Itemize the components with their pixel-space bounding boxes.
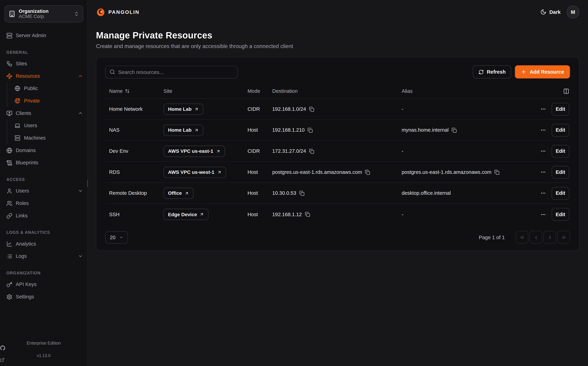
row-menu-button[interactable] (540, 169, 547, 175)
laptop-icon (15, 123, 21, 128)
org-selector[interactable]: Organization ACME Corp. (5, 5, 83, 23)
edit-button[interactable]: Edit (551, 208, 569, 221)
first-page-button[interactable] (516, 231, 529, 244)
edit-button[interactable]: Edit (551, 166, 569, 178)
theme-toggle[interactable]: Dark (540, 9, 560, 15)
cell-mode: Host (244, 212, 268, 217)
sidebar-item-roles[interactable]: Roles (0, 197, 87, 209)
row-menu-button[interactable] (540, 106, 547, 112)
chevron-right-icon (547, 235, 553, 240)
arrow-up-right-icon (184, 191, 189, 195)
sidebar-item-api-keys[interactable]: API Keys (0, 278, 87, 291)
cell-site: AWS VPC us-east-1 (160, 145, 244, 157)
ellipsis-icon (540, 169, 546, 175)
globe-icon (15, 85, 21, 91)
sidebar-item-resources[interactable]: Resources (0, 70, 87, 82)
columns-button[interactable] (563, 88, 569, 94)
copy-button[interactable] (299, 191, 304, 196)
edit-button[interactable]: Edit (551, 145, 569, 157)
copy-icon (309, 148, 314, 154)
avatar[interactable]: M (566, 6, 579, 18)
section-label-general: GENERAL (0, 50, 87, 54)
cell-alias: desktop.office.internal (398, 190, 532, 196)
edit-button[interactable]: Edit (551, 124, 569, 137)
sidebar-item-links[interactable]: Links (0, 209, 87, 222)
copy-button[interactable] (309, 107, 314, 112)
add-resource-button[interactable]: Add Resource (515, 65, 570, 78)
copy-button[interactable] (365, 169, 370, 175)
section-label-organization: ORGANIZATION (0, 271, 87, 275)
site-link[interactable]: Home Lab (163, 103, 203, 114)
copy-button[interactable] (308, 127, 313, 133)
copy-button[interactable] (494, 169, 500, 175)
cell-name: Dev Env (105, 148, 160, 154)
sidebar-item-machines[interactable]: Machines (7, 132, 87, 144)
next-page-button[interactable] (544, 231, 556, 244)
site-link[interactable]: AWS VPC us-east-1 (163, 145, 225, 157)
sidebar-item-logs[interactable]: Logs (0, 250, 87, 262)
search-input[interactable] (118, 69, 234, 75)
table-row: SSHEdge DeviceHost192.168.1.12-Edit (105, 204, 570, 225)
row-menu-button[interactable] (540, 212, 547, 217)
prev-page-button[interactable] (529, 231, 542, 244)
edition-link[interactable]: Enterprise Edition (0, 341, 87, 351)
copy-button[interactable] (309, 148, 314, 154)
sort-icon[interactable] (125, 89, 130, 93)
table-body: Home NetworkHome LabCIDR192.168.1.0/24-E… (105, 99, 570, 225)
sidebar-item-server-admin[interactable]: Server Admin (0, 29, 87, 42)
table-row: Remote DesktopOfficeHost10.30.0.53deskto… (105, 183, 570, 204)
chevron-down-icon (119, 235, 124, 239)
sidebar-item-public[interactable]: Public (7, 82, 87, 95)
section-label-access: ACCESS (0, 177, 87, 182)
sidebar-item-sites[interactable]: Sites (0, 57, 87, 70)
page-size-select[interactable]: 20 (105, 231, 128, 244)
sidebar-item-users[interactable]: Users (7, 119, 87, 132)
sidebar-item-analytics[interactable]: Analytics (0, 238, 87, 250)
copy-icon (452, 127, 457, 133)
edit-button[interactable]: Edit (551, 103, 569, 115)
cell-name: Home Network (105, 106, 160, 112)
theme-label: Dark (549, 9, 560, 15)
row-menu-button[interactable] (540, 127, 547, 133)
cell-destination: 192.168.1.12 (268, 212, 398, 217)
copy-button[interactable] (452, 127, 457, 133)
row-menu-button[interactable] (540, 148, 547, 154)
cell-name: RDS (105, 169, 160, 175)
last-page-button[interactable] (557, 231, 570, 244)
site-link[interactable]: AWS VPC us-west-1 (163, 166, 226, 178)
site-link[interactable]: Edge Device (163, 209, 209, 220)
site-link[interactable]: Home Lab (163, 124, 203, 136)
sidebar-item-users[interactable]: Users (0, 185, 87, 197)
cell-actions: Edit (532, 124, 570, 137)
edit-button[interactable]: Edit (551, 187, 569, 200)
version-link[interactable]: v1.13.0 (0, 353, 87, 362)
brand[interactable]: PANGOLIN (96, 7, 140, 17)
column-header-site: Site (160, 88, 244, 94)
sidebar-item-private[interactable]: Private (7, 94, 87, 107)
cell-site: Home Lab (160, 103, 244, 114)
copy-button[interactable] (305, 212, 310, 217)
waypoints-icon (6, 73, 12, 79)
arrow-up-right-icon (194, 107, 199, 111)
cell-name: SSH (105, 212, 160, 217)
sidebar-item-domains[interactable]: Domains (0, 144, 87, 157)
cell-alias: - (398, 212, 532, 217)
chevrons-left-icon (519, 235, 525, 240)
site-link[interactable]: Office (163, 188, 193, 199)
cell-destination: 192.168.1.210 (268, 127, 398, 133)
cell-mode: Host (244, 127, 268, 133)
avatar-initial: M (571, 9, 575, 15)
sidebar-item-clients[interactable]: Clients (0, 107, 87, 119)
sidebar-item-settings[interactable]: Settings (0, 290, 87, 303)
chevron-down-icon (78, 254, 83, 259)
cell-actions: Edit (532, 208, 570, 221)
user-icon (6, 188, 12, 194)
server-icon (15, 135, 21, 141)
building-icon (9, 11, 15, 17)
sidebar-item-blueprints[interactable]: Blueprints (0, 157, 87, 169)
column-header-actions (532, 88, 570, 94)
row-menu-button[interactable] (540, 190, 547, 196)
chevrons-up-down-icon (74, 11, 79, 16)
cell-site: AWS VPC us-west-1 (160, 166, 244, 178)
refresh-button[interactable]: Refresh (473, 65, 511, 78)
